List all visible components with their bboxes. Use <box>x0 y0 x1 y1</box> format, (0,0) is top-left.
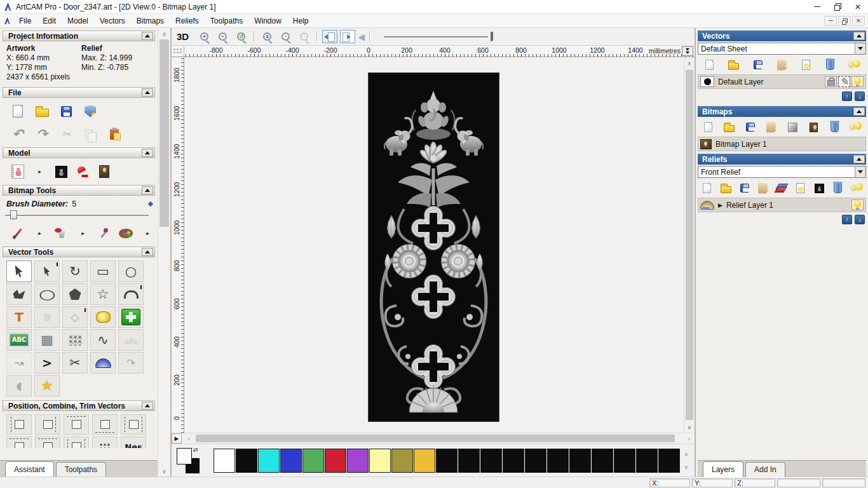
collapse-button[interactable] <box>853 32 865 40</box>
collapse-button[interactable] <box>853 107 865 116</box>
zoom-previous-button[interactable]: ↺ <box>233 30 249 44</box>
assistant-scrollbar[interactable]: ∧ ∨ <box>158 28 170 477</box>
dropdown-arrow-icon[interactable] <box>855 166 865 177</box>
centre-horizontal-button[interactable] <box>121 414 146 435</box>
fit-curve-tool[interactable]: ↝ <box>6 352 32 374</box>
scroll-up-arrow[interactable]: ∧ <box>684 57 695 69</box>
create-polyline-tool[interactable] <box>6 283 32 305</box>
next-layer-view-button[interactable] <box>340 30 355 43</box>
trim-vectors-tool[interactable]: ✂ <box>62 352 88 374</box>
flood-fill-vector-tool[interactable] <box>34 306 60 328</box>
slider-handle[interactable] <box>10 210 17 219</box>
delete-relief-layer-button[interactable] <box>830 182 846 194</box>
greyscale-preview-button[interactable] <box>811 182 827 194</box>
menu-edit[interactable]: Edit <box>37 15 62 27</box>
toggle-all-layers-button[interactable] <box>843 58 865 71</box>
merge-relief-layers-button[interactable] <box>755 182 771 194</box>
pane-toggle-button[interactable]: ▶ <box>172 433 182 444</box>
scroll-left-arrow[interactable]: ‹ <box>184 433 194 444</box>
menu-vectors[interactable]: Vectors <box>94 15 131 27</box>
units-dropdown-button[interactable] <box>682 46 693 56</box>
close-button[interactable]: ✕ <box>848 0 868 14</box>
flyout-arrow-icon[interactable]: ▸ <box>32 163 47 180</box>
new-relief-layer-button[interactable] <box>699 182 715 194</box>
palette-swatch[interactable] <box>414 449 435 473</box>
palette-swatch[interactable] <box>547 449 569 473</box>
palette-swatch[interactable] <box>503 449 524 473</box>
tab-add-in[interactable]: Add In <box>745 462 785 477</box>
load-image-button[interactable] <box>97 163 112 180</box>
scrollbar-thumb[interactable] <box>686 70 693 420</box>
menu-model[interactable]: Model <box>62 15 94 27</box>
slice-profile-tool[interactable]: ◖ <box>6 375 32 396</box>
slider-handle[interactable] <box>491 32 493 41</box>
create-text-tool[interactable]: T <box>6 306 32 328</box>
palette-swatch[interactable] <box>525 449 546 473</box>
colour-picker-button[interactable] <box>97 225 112 241</box>
palette-swatch[interactable] <box>325 449 346 473</box>
adjust-model-button[interactable] <box>53 163 69 180</box>
brush-diameter-slider[interactable] <box>5 210 149 220</box>
paste-along-curve-tool[interactable] <box>62 329 88 351</box>
merge-bitmap-layers-button[interactable] <box>762 121 780 133</box>
scrollbar-thumb[interactable] <box>159 39 169 227</box>
zoom-1to1-button[interactable]: 1 <box>259 30 275 44</box>
palette-scroll-up[interactable]: ∧ <box>681 449 691 460</box>
menu-help[interactable]: Help <box>287 15 315 27</box>
toolbar-separator[interactable] <box>369 31 370 43</box>
zoom-fit-button[interactable]: ▫ <box>278 30 294 44</box>
distort-vectors-tool[interactable]: ▦ <box>34 329 60 351</box>
set-model-size-button[interactable] <box>10 163 25 180</box>
current-colour-widget[interactable]: ⇄ <box>175 447 208 475</box>
new-bitmap-layer-button[interactable] <box>699 121 717 133</box>
scroll-down-arrow[interactable]: ∨ <box>684 421 695 433</box>
collapse-button[interactable] <box>142 149 153 157</box>
canvas-horizontal-scrollbar[interactable]: ▶ ‹ › <box>172 433 695 444</box>
canvas-vertical-scrollbar[interactable]: ∧ ∨ <box>684 57 695 433</box>
undo-button[interactable]: ↶ <box>10 126 25 142</box>
menu-toolpaths[interactable]: Toolpaths <box>205 15 248 27</box>
create-boundary-tool[interactable]: ★ <box>34 375 60 396</box>
save-vector-layer-button[interactable] <box>747 58 769 71</box>
flyout-pin-icon[interactable] <box>148 201 153 207</box>
zoom-in-button[interactable]: + <box>196 30 212 44</box>
open-model-button[interactable] <box>34 103 50 119</box>
previous-layer-view-button[interactable] <box>322 30 337 43</box>
palette-swatch[interactable] <box>302 449 324 473</box>
lock-layer-button[interactable] <box>825 76 837 87</box>
relief-layer-row[interactable]: ▶ Relief Layer 1 <box>698 198 866 212</box>
select-vectors-tool[interactable] <box>6 261 32 282</box>
layer-colour-button[interactable] <box>700 76 714 87</box>
collapse-button[interactable] <box>142 88 153 97</box>
delete-bitmap-layer-button[interactable] <box>825 121 844 133</box>
palette-swatch[interactable] <box>347 449 369 473</box>
expand-arrow-icon[interactable]: ▶ <box>718 202 722 208</box>
scroll-up-arrow[interactable]: ∧ <box>158 28 170 39</box>
align-left-button[interactable] <box>6 414 32 435</box>
nesting-button[interactable]: Nes <box>121 437 146 448</box>
create-polygon-tool[interactable] <box>62 283 88 305</box>
create-star-tool[interactable]: ☆ <box>90 283 116 305</box>
palette-swatch[interactable] <box>214 449 235 473</box>
paste-array-button[interactable] <box>92 437 118 448</box>
align-right-button[interactable] <box>35 414 60 435</box>
toggle-all-bitmap-layers-button[interactable] <box>846 121 865 133</box>
palette-swatch[interactable] <box>258 449 280 473</box>
save-relief-layer-button[interactable] <box>736 182 752 194</box>
menu-window[interactable]: Window <box>248 15 287 27</box>
scroll-down-arrow[interactable]: ∨ <box>158 465 170 477</box>
transform-vectors-tool[interactable]: ↻ <box>62 261 88 282</box>
view-3d-button[interactable]: 3D <box>177 31 189 42</box>
vector-texture-tool[interactable] <box>118 329 144 351</box>
merge-vector-layers-button[interactable] <box>771 58 793 71</box>
open-vector-layer-button[interactable] <box>723 58 745 71</box>
drawing-canvas[interactable] <box>184 57 684 433</box>
palette-swatch[interactable] <box>636 449 658 473</box>
palette-swatch[interactable] <box>592 449 613 473</box>
move-layer-down-button[interactable]: ↓ <box>855 215 865 224</box>
cut-button[interactable]: ✂ <box>58 126 74 142</box>
preview-back-button[interactable]: ◀ <box>358 32 365 42</box>
vector-layer-row[interactable]: Default Layer ✎ <box>698 74 866 89</box>
flyout-arrow-icon[interactable]: ▸ <box>32 225 47 241</box>
open-bitmap-layer-button[interactable] <box>720 121 738 133</box>
